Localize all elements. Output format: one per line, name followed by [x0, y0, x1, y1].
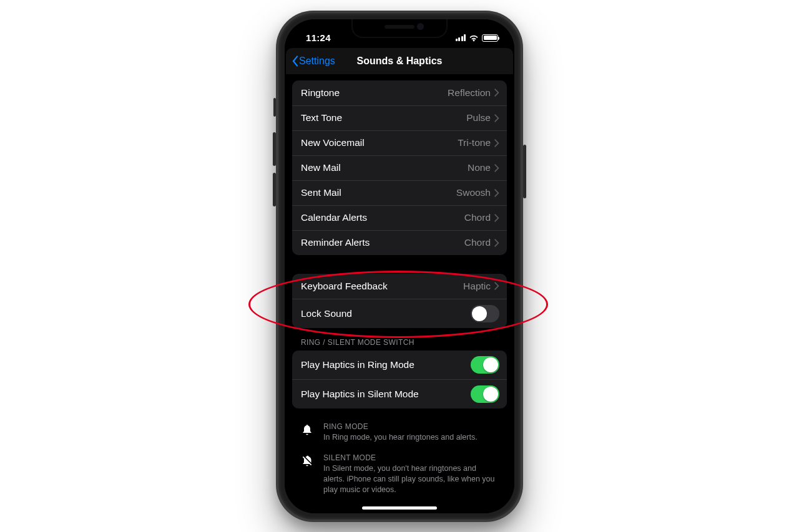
chevron-right-icon [494, 89, 499, 97]
info-desc: In Ring mode, you hear ringtones and ale… [323, 432, 478, 443]
row-calendar-alerts[interactable]: Calendar Alerts Chord [292, 205, 507, 230]
status-time: 11:24 [306, 32, 331, 43]
row-label: Ringtone [301, 87, 448, 99]
row-value: None [468, 162, 491, 173]
haptics-silent-toggle[interactable] [471, 385, 499, 403]
haptics-ring-toggle[interactable] [471, 356, 499, 374]
row-value: Reflection [448, 87, 491, 99]
power-button [523, 145, 526, 198]
row-value: Swoosh [456, 187, 491, 198]
info-silent-mode: SILENT MODE In Silent mode, you don't he… [292, 453, 507, 506]
row-new-mail[interactable]: New Mail None [292, 155, 507, 180]
row-value: Pulse [466, 112, 491, 123]
chevron-left-icon [291, 55, 299, 67]
group-sounds: Ringtone Reflection Text Tone Pulse New … [292, 80, 507, 255]
row-label: New Mail [301, 162, 468, 173]
section-header-ring-silent: RING / SILENT MODE SWITCH [292, 338, 507, 351]
row-keyboard-feedback[interactable]: Keyboard Feedback Haptic [292, 274, 507, 299]
cellular-icon [456, 34, 466, 41]
row-label: Reminder Alerts [301, 237, 464, 248]
row-new-voicemail[interactable]: New Voicemail Tri-tone [292, 130, 507, 155]
info-title: SILENT MODE [323, 453, 498, 462]
chevron-right-icon [494, 239, 499, 247]
row-label: New Voicemail [301, 137, 458, 148]
row-lock-sound: Lock Sound [292, 299, 507, 328]
row-sent-mail[interactable]: Sent Mail Swoosh [292, 180, 507, 205]
row-label: Calendar Alerts [301, 212, 464, 223]
row-value: Chord [464, 212, 491, 223]
row-reminder-alerts[interactable]: Reminder Alerts Chord [292, 230, 507, 255]
iphone-frame: 11:24 Settings Sounds & Haptics [276, 11, 523, 522]
lock-sound-toggle[interactable] [471, 305, 499, 322]
row-label: Play Haptics in Ring Mode [301, 359, 471, 370]
bell-icon [301, 422, 315, 443]
row-value: Chord [464, 237, 491, 248]
nav-bar: Settings Sounds & Haptics [286, 48, 513, 74]
mute-switch [273, 98, 276, 117]
chevron-right-icon [494, 214, 499, 222]
home-indicator[interactable] [362, 506, 437, 510]
content: Ringtone Reflection Text Tone Pulse New … [285, 74, 514, 513]
chevron-right-icon [494, 189, 499, 197]
row-ringtone[interactable]: Ringtone Reflection [292, 80, 507, 105]
volume-down-button [273, 173, 276, 206]
chevron-right-icon [494, 139, 499, 147]
back-label: Settings [299, 56, 335, 67]
screen: 11:24 Settings Sounds & Haptics [285, 19, 514, 513]
info-ring-mode: RING MODE In Ring mode, you hear rington… [292, 422, 507, 454]
wifi-icon [469, 34, 479, 42]
bell-slash-icon [301, 453, 315, 495]
back-button[interactable]: Settings [286, 55, 335, 67]
row-text-tone[interactable]: Text Tone Pulse [292, 105, 507, 130]
row-label: Play Haptics in Silent Mode [301, 389, 471, 400]
group-ring-silent: Play Haptics in Ring Mode Play Haptics i… [292, 351, 507, 409]
info-desc: In Silent mode, you don't hear ringtones… [323, 463, 498, 495]
notch [351, 19, 448, 38]
row-value: Haptic [463, 281, 491, 292]
row-label: Sent Mail [301, 187, 456, 198]
row-value: Tri-tone [458, 137, 491, 148]
row-label: Lock Sound [301, 308, 471, 319]
battery-icon [482, 34, 498, 42]
row-haptics-silent: Play Haptics in Silent Mode [292, 379, 507, 409]
chevron-right-icon [494, 114, 499, 122]
row-label: Keyboard Feedback [301, 281, 463, 292]
group-feedback: Keyboard Feedback Haptic Lock Sound [292, 274, 507, 328]
volume-up-button [273, 132, 276, 166]
row-label: Text Tone [301, 112, 466, 123]
row-haptics-ring: Play Haptics in Ring Mode [292, 351, 507, 379]
chevron-right-icon [494, 164, 499, 172]
chevron-right-icon [494, 282, 499, 290]
info-title: RING MODE [323, 422, 478, 431]
